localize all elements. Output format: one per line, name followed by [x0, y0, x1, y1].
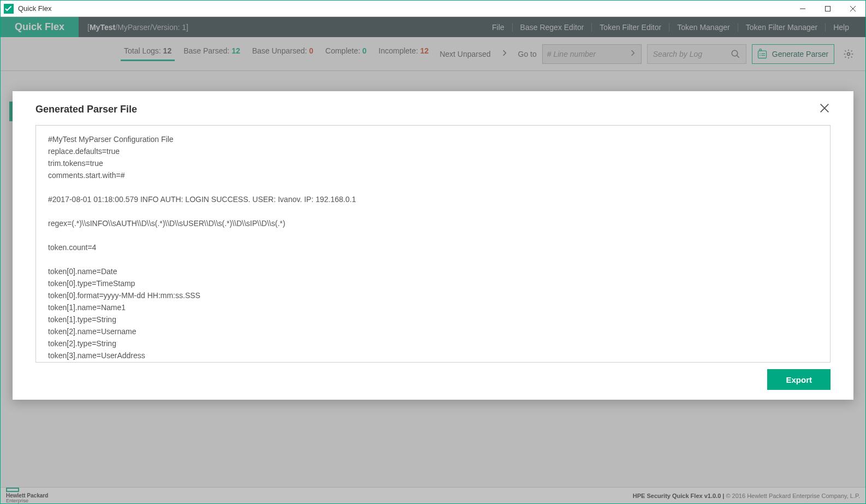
- footer-product: HPE Security Quick Flex v1.0.0 |: [633, 493, 726, 499]
- svg-line-3: [737, 55, 739, 58]
- line-number-placeholder: # Line number: [547, 50, 596, 58]
- close-button[interactable]: [840, 1, 865, 17]
- gear-icon[interactable]: [843, 49, 854, 60]
- footer: Hewlett Packard Enterprise HPE Security …: [1, 487, 865, 503]
- search-placeholder: Search by Log: [653, 50, 702, 58]
- hpe-logo-bar-icon: [6, 488, 19, 492]
- stat-label: Base Parsed:: [183, 46, 232, 55]
- breadcrumb-close: ]: [186, 23, 188, 32]
- hpe-enterprise: Enterprise: [6, 499, 48, 503]
- maximize-button[interactable]: [815, 1, 840, 17]
- stat-value: 12: [420, 46, 429, 55]
- stat-incomplete[interactable]: Incomplete: 12: [375, 46, 432, 61]
- search-input[interactable]: Search by Log: [647, 44, 746, 64]
- parser-file-content[interactable]: #MyTest MyParser Configuration File repl…: [36, 126, 830, 362]
- svg-point-2: [732, 50, 738, 56]
- stat-total-logs[interactable]: Total Logs: 12: [121, 46, 175, 61]
- menu-file[interactable]: File: [484, 23, 512, 32]
- menu-base-regex-editor[interactable]: Base Regex Editor: [513, 23, 592, 32]
- generate-parser-button[interactable]: Generate Parser: [752, 44, 835, 64]
- menu-token-filter-manager[interactable]: Token Filter Manager: [738, 23, 826, 32]
- stat-label: Complete:: [325, 46, 363, 55]
- export-button[interactable]: Export: [767, 369, 831, 390]
- parse-icon: [757, 49, 768, 60]
- svg-rect-1: [826, 6, 831, 11]
- window-titlebar: Quick Flex: [1, 1, 865, 17]
- menu-help[interactable]: Help: [826, 23, 857, 32]
- chevron-right-icon[interactable]: [629, 49, 637, 58]
- svg-rect-4: [758, 51, 766, 58]
- svg-point-5: [760, 49, 762, 51]
- minimize-button[interactable]: [790, 1, 815, 17]
- breadcrumb: [ MyTest / MyParser / Version: 1 ]: [79, 17, 197, 37]
- appbar-links: File Base Regex Editor Token Filter Edit…: [484, 17, 865, 37]
- hpe-logo: Hewlett Packard Enterprise: [6, 488, 48, 503]
- app-icon: [4, 4, 14, 14]
- stat-label: Total Logs:: [124, 46, 163, 55]
- svg-point-10: [847, 52, 850, 55]
- generate-parser-label: Generate Parser: [772, 50, 829, 58]
- footer-text: HPE Security Quick Flex v1.0.0 | © 2016 …: [633, 493, 860, 499]
- stat-value: 0: [363, 46, 367, 55]
- goto-label: Go to: [518, 50, 537, 58]
- chevron-right-icon[interactable]: [501, 49, 508, 58]
- search-icon: [731, 49, 740, 59]
- line-number-input[interactable]: # Line number: [542, 44, 642, 64]
- next-unparsed-label[interactable]: Next Unparsed: [440, 50, 490, 58]
- menu-token-manager[interactable]: Token Manager: [669, 23, 738, 32]
- breadcrumb-project: MyTest: [90, 23, 115, 32]
- stat-value: 12: [163, 46, 172, 55]
- stat-complete[interactable]: Complete: 0: [322, 46, 370, 61]
- breadcrumb-version: Version: 1: [152, 23, 186, 32]
- breadcrumb-parser: MyParser: [117, 23, 150, 32]
- generated-parser-modal: Generated Parser File #MyTest MyParser C…: [13, 91, 853, 400]
- modal-title: Generated Parser File: [35, 104, 818, 115]
- stats-bar: Total Logs: 12 Base Parsed: 12 Base Unpa…: [1, 37, 865, 71]
- stat-label: Incomplete:: [378, 46, 420, 55]
- brand: Quick Flex: [1, 17, 79, 37]
- stat-value: 0: [309, 46, 313, 55]
- stat-label: Base Unparsed:: [252, 46, 309, 55]
- parser-file-container: #MyTest MyParser Configuration File repl…: [35, 125, 831, 363]
- window-title: Quick Flex: [18, 4, 790, 13]
- menu-token-filter-editor[interactable]: Token Filter Editor: [592, 23, 669, 32]
- stat-base-parsed[interactable]: Base Parsed: 12: [180, 46, 244, 61]
- stat-base-unparsed[interactable]: Base Unparsed: 0: [249, 46, 317, 61]
- close-icon[interactable]: [818, 102, 831, 116]
- stat-value: 12: [232, 46, 240, 55]
- footer-copyright: © 2016 Hewlett Packard Enterprise Compan…: [726, 493, 860, 499]
- app-bar: Quick Flex [ MyTest / MyParser / Version…: [1, 17, 865, 37]
